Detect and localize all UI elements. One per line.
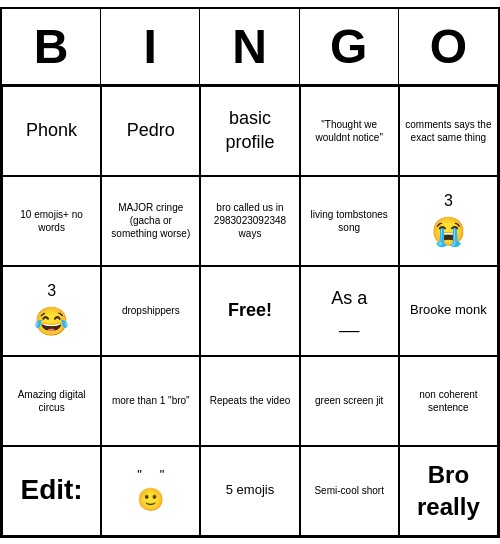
bingo-card: B I N G O Phonk Pedro basic profile "Tho… [0,7,500,538]
cell-r2c1: 10 emojis+ no words [2,176,101,266]
cell-r4c2: more than 1 "bro" [101,356,200,446]
cell-r4c5: non coherent sentence [399,356,498,446]
letter-g: G [300,9,399,84]
edit-label: Edit: [20,472,82,508]
cell-r2c5: 3 😭 [399,176,498,266]
cell-r4c4: green screen jit [300,356,399,446]
cell-r3c4: As a __ [300,266,399,356]
cell-r1c3: basic profile [200,86,299,176]
cell-r4c1: Amazing digital circus [2,356,101,446]
letter-b: B [2,9,101,84]
cell-r5c3: 5 emojis [200,446,299,536]
cell-r5c5: Bro really [399,446,498,536]
cell-r2c2: MAJOR cringe (gacha or something worse) [101,176,200,266]
bingo-grid: Phonk Pedro basic profile "Thought we wo… [2,86,498,536]
letter-n: N [200,9,299,84]
bingo-header: B I N G O [2,9,498,86]
cell-r3c1: 3 😂 [2,266,101,356]
cell-r1c5: comments says the exact same thing [399,86,498,176]
cell-r2c3: bro called us in 2983023092348 ways [200,176,299,266]
cell-r3c2: dropshippers [101,266,200,356]
cell-r1c1: Phonk [2,86,101,176]
letter-i: I [101,9,200,84]
cell-r5c4: Semi-cool short [300,446,399,536]
cell-r5c1: Edit: [2,446,101,536]
cell-r2c4: living tombstones song [300,176,399,266]
cell-r4c3: Repeats the video [200,356,299,446]
cell-r3c5: Brooke monk [399,266,498,356]
cell-r3c3-free: Free! [200,266,299,356]
cell-r1c4: "Thought we wouldnt notice" [300,86,399,176]
letter-o: O [399,9,498,84]
cell-r5c2: " " 🙂 [101,446,200,536]
cell-r1c2: Pedro [101,86,200,176]
